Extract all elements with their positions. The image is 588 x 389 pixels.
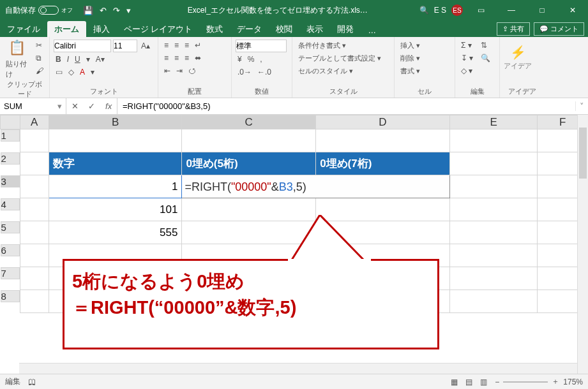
cut-icon[interactable]: ✂ xyxy=(34,40,45,51)
sort-filter-icon[interactable]: ⇅ xyxy=(479,40,492,51)
select-all-corner[interactable] xyxy=(1,115,20,129)
font-name-select[interactable] xyxy=(54,40,111,52)
row-header-2[interactable]: 2 xyxy=(1,152,20,165)
cell-b2[interactable]: 数字 xyxy=(49,152,182,175)
align-left-icon[interactable]: ≡ xyxy=(162,52,170,64)
percent-icon[interactable]: % xyxy=(246,54,257,65)
view-pagebreak-icon[interactable]: ▥ xyxy=(476,378,491,386)
close-button[interactable]: ✕ xyxy=(560,6,585,15)
paste-button[interactable]: 貼り付け xyxy=(4,58,30,80)
decrease-font-icon[interactable]: A▾ xyxy=(94,54,107,65)
col-header-b[interactable]: B xyxy=(49,115,182,129)
tab-data[interactable]: データ xyxy=(230,21,269,37)
row-header-5[interactable]: 5 xyxy=(1,221,20,233)
horizontal-scrollbar[interactable] xyxy=(19,363,577,374)
expand-formula-bar-icon[interactable]: ˅ xyxy=(575,101,588,111)
italic-button[interactable]: I xyxy=(65,54,71,65)
share-button[interactable]: ⇪共有 xyxy=(497,22,530,36)
format-cells-button[interactable]: 書式 ▾ xyxy=(398,65,422,77)
paste-icon[interactable]: 📋 xyxy=(8,40,26,56)
autosave-switch[interactable] xyxy=(38,6,59,15)
currency-icon[interactable]: ¥ xyxy=(236,54,244,65)
increase-decimal-icon[interactable]: .0→ xyxy=(236,66,253,78)
cell-c2[interactable]: 0埋め(5桁) xyxy=(182,152,316,175)
align-center-icon[interactable]: ≡ xyxy=(172,52,181,64)
comma-icon[interactable]: , xyxy=(258,54,264,65)
autosum-icon[interactable]: Σ ▾ xyxy=(459,40,475,51)
col-header-c[interactable]: C xyxy=(182,115,316,129)
row-header-8[interactable]: 8 xyxy=(1,290,20,302)
find-select-icon[interactable]: 🔍 xyxy=(479,52,492,64)
wrap-text-icon[interactable]: ↵ xyxy=(193,40,203,51)
col-header-e[interactable]: E xyxy=(449,115,537,129)
ideas-button[interactable]: アイデア xyxy=(504,61,532,71)
font-more-icon[interactable]: ▾ xyxy=(84,54,92,65)
view-normal-icon[interactable]: ▦ xyxy=(447,378,462,386)
search-icon[interactable]: 🔍 xyxy=(419,6,429,15)
align-right-icon[interactable]: ≡ xyxy=(183,52,191,64)
save-icon[interactable]: 💾 xyxy=(83,6,93,15)
align-mid-icon[interactable]: ≡ xyxy=(172,40,181,51)
user-avatar[interactable]: ES xyxy=(451,4,463,16)
fill-color-icon[interactable]: ◇ xyxy=(66,66,76,78)
ideas-icon[interactable]: ⚡ xyxy=(510,45,526,60)
clear-icon[interactable]: ◇ ▾ xyxy=(459,65,475,77)
increase-font-icon[interactable]: A▴ xyxy=(139,40,152,52)
tab-formulas[interactable]: 数式 xyxy=(199,21,230,37)
col-header-a[interactable]: A xyxy=(20,115,49,129)
fx-icon[interactable]: fx xyxy=(105,101,112,111)
accessibility-icon[interactable]: 🕮 xyxy=(28,378,36,386)
delete-cells-button[interactable]: 削除 ▾ xyxy=(398,52,422,64)
font-size-select[interactable] xyxy=(113,40,137,52)
name-box-dropdown-icon[interactable]: ▾ xyxy=(57,101,62,111)
tab-view[interactable]: 表示 xyxy=(299,21,330,37)
cell-b3[interactable]: 1 xyxy=(49,175,182,198)
format-as-table-button[interactable]: テーブルとして書式設定 ▾ xyxy=(296,52,383,64)
decrease-decimal-icon[interactable]: ←.0 xyxy=(255,66,273,78)
tab-insert[interactable]: 挿入 xyxy=(86,21,117,37)
tab-overflow[interactable]: … xyxy=(361,23,383,37)
redo-icon[interactable]: ↷ xyxy=(113,6,120,15)
conditional-format-button[interactable]: 条件付き書式 ▾ xyxy=(296,40,383,51)
copy-icon[interactable]: ⧉ xyxy=(34,52,45,64)
tab-file[interactable]: ファイル xyxy=(0,21,47,37)
border-icon[interactable]: ▭ xyxy=(54,66,64,78)
formula-input[interactable]: =RIGHT("00000"&B3,5) xyxy=(117,101,575,111)
cancel-formula-icon[interactable]: ✕ xyxy=(72,101,79,111)
ribbon-options-icon[interactable]: ▭ xyxy=(468,6,494,15)
indent-inc-icon[interactable]: ⇥ xyxy=(174,65,185,77)
tab-pagelayout[interactable]: ページ レイアウト xyxy=(117,21,199,37)
zoom-slider[interactable] xyxy=(503,381,548,383)
indent-dec-icon[interactable]: ⇤ xyxy=(162,65,172,77)
row-header-1[interactable]: 1 xyxy=(1,129,20,142)
vertical-scrollbar[interactable] xyxy=(577,115,588,374)
undo-icon[interactable]: ↶ xyxy=(100,6,107,15)
zoom-level[interactable]: 175% xyxy=(563,378,583,386)
format-painter-icon[interactable]: 🖌 xyxy=(34,65,45,77)
view-pagelayout-icon[interactable]: ▤ xyxy=(462,378,476,386)
autosave-toggle[interactable]: 自動保存 オフ xyxy=(0,5,78,16)
cell-styles-button[interactable]: セルのスタイル ▾ xyxy=(296,65,383,77)
align-top-icon[interactable]: ≡ xyxy=(162,40,170,51)
zoom-in-button[interactable]: ＋ xyxy=(548,376,563,387)
row-header-7[interactable]: 7 xyxy=(1,267,20,279)
align-bot-icon[interactable]: ≡ xyxy=(183,40,191,51)
col-header-d[interactable]: D xyxy=(316,115,450,129)
name-box[interactable]: SUM ▾ xyxy=(0,98,66,114)
minimize-button[interactable]: — xyxy=(499,6,524,15)
bold-button[interactable]: B xyxy=(54,54,63,65)
tab-home[interactable]: ホーム xyxy=(47,21,86,37)
tab-developer[interactable]: 開発 xyxy=(330,21,361,37)
merge-icon[interactable]: ⬌ xyxy=(193,52,203,64)
cell-c3-editing[interactable]: =RIGHT("00000"&B3,5) xyxy=(182,175,450,198)
vertical-scrollbar-thumb[interactable] xyxy=(579,128,587,179)
underline-button[interactable]: U xyxy=(73,54,82,65)
row-header-6[interactable]: 6 xyxy=(1,244,20,256)
number-format-select[interactable] xyxy=(236,40,287,52)
fill-icon[interactable]: ↧ ▾ xyxy=(459,52,475,64)
tab-review[interactable]: 校閲 xyxy=(269,21,299,37)
font-color-icon[interactable]: A xyxy=(78,66,87,78)
enter-formula-icon[interactable]: ✓ xyxy=(88,101,95,111)
comment-button[interactable]: 💬コメント xyxy=(534,22,584,36)
row-header-3[interactable]: 3 xyxy=(1,175,20,187)
